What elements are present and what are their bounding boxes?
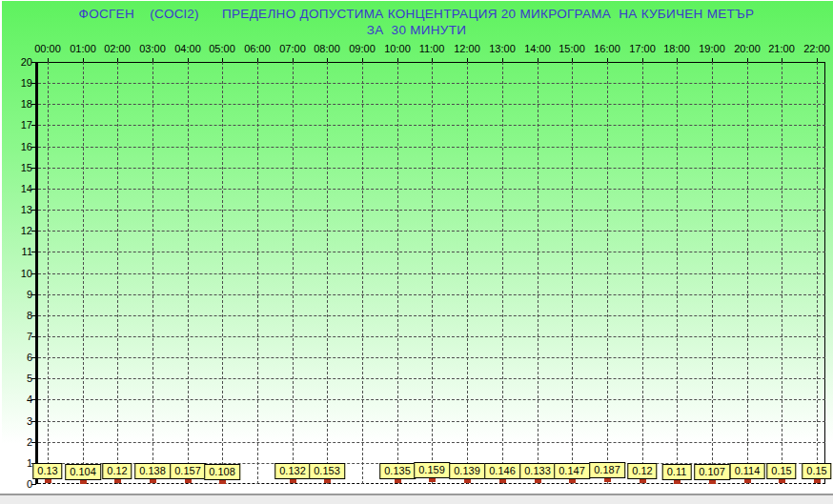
y-axis-label: 7 — [6, 331, 32, 342]
grid-line-vertical — [747, 62, 748, 484]
grid-line-vertical — [293, 62, 294, 484]
data-point-label: 0.187 — [589, 462, 625, 478]
plot-area: 0.130.1040.120.1380.1570.1080.1320.1530.… — [38, 62, 825, 484]
x-axis-label: 00:00 — [34, 43, 61, 54]
data-point-label: 0.159 — [414, 462, 450, 478]
x-axis-label: 17:00 — [629, 43, 656, 54]
grid-line-vertical — [432, 62, 433, 484]
statusbar — [0, 495, 833, 504]
x-axis-label: 20:00 — [734, 43, 761, 54]
grid-line-vertical — [48, 62, 49, 484]
window-top-edge — [0, 0, 833, 1]
data-point-label: 0.108 — [204, 464, 240, 480]
data-point-label: 0.157 — [170, 463, 206, 479]
x-axis-label: 21:00 — [768, 43, 795, 54]
y-axis-label: 3 — [6, 415, 32, 427]
data-point-label: 0.12 — [627, 463, 657, 479]
data-point-label: 0.135 — [379, 463, 416, 479]
grid-line-vertical — [397, 62, 398, 484]
x-axis-label: 08:00 — [314, 43, 340, 54]
chart-title-line2: ЗА 30 МИНУТИ — [0, 23, 833, 37]
grid-line-vertical — [188, 62, 189, 484]
grid-line-vertical — [222, 62, 223, 484]
chart-window: ФОСГЕН (COCl2) ПРЕДЕЛНО ДОПУСТИМА КОНЦЕН… — [0, 0, 833, 504]
y-axis-label: 2 — [6, 436, 32, 448]
y-axis-label: 1 — [6, 457, 32, 469]
y-axis-label: 14 — [6, 183, 32, 194]
x-axis-label: 07:00 — [279, 43, 306, 54]
grid-line-vertical — [362, 62, 363, 484]
data-point-label: 0.139 — [449, 463, 485, 479]
x-axis-label: 15:00 — [559, 43, 585, 54]
y-axis-label: 0 — [6, 478, 32, 490]
x-axis-label: 11:00 — [419, 43, 445, 54]
x-axis-label: 03:00 — [139, 43, 166, 54]
y-axis-label: 10 — [6, 268, 32, 279]
data-point-label: 0.15 — [802, 463, 831, 479]
x-axis-label: 04:00 — [174, 43, 201, 54]
grid-line-vertical — [782, 62, 782, 484]
x-axis-label: 16:00 — [594, 43, 620, 54]
x-axis-label: 22:00 — [803, 43, 830, 54]
y-axis-label: 4 — [6, 393, 32, 405]
y-axis-label: 18 — [6, 98, 32, 110]
grid-line-vertical — [642, 62, 643, 484]
x-axis-label: 02:00 — [104, 43, 131, 54]
grid-line-vertical — [677, 62, 678, 484]
chart-title-line1: ФОСГЕН (COCl2) ПРЕДЕЛНО ДОПУСТИМА КОНЦЕН… — [0, 7, 833, 21]
y-axis-label: 13 — [6, 204, 32, 215]
x-axis-label: 05:00 — [209, 43, 235, 54]
x-axis-label: 06:00 — [244, 43, 271, 54]
grid-line-vertical — [817, 62, 818, 484]
data-point-label: 0.138 — [134, 463, 171, 479]
y-axis-label: 15 — [6, 162, 32, 173]
data-point-label: 0.107 — [694, 464, 730, 480]
grid-line-vertical — [538, 62, 538, 484]
y-axis-label: 11 — [6, 246, 32, 257]
data-point-label: 0.11 — [662, 464, 692, 480]
data-point-label: 0.12 — [102, 463, 132, 479]
grid-line-vertical — [257, 62, 258, 484]
window-left-edge — [0, 0, 2, 504]
y-axis-label: 8 — [6, 310, 32, 321]
grid-line-vertical — [327, 62, 328, 484]
y-axis-label: 17 — [6, 119, 32, 131]
x-axis-label: 09:00 — [349, 43, 376, 54]
data-point-label: 0.114 — [730, 463, 765, 479]
data-point-label: 0.13 — [32, 463, 62, 479]
grid-line-vertical — [467, 62, 468, 484]
x-axis-label: 19:00 — [699, 43, 725, 54]
data-point-label: 0.146 — [484, 463, 520, 479]
x-axis-label: 14:00 — [524, 43, 551, 54]
y-axis-tick — [31, 484, 36, 485]
x-axis-label: 12:00 — [454, 43, 480, 54]
x-axis-label: 01:00 — [70, 43, 96, 54]
grid-line-vertical — [83, 62, 84, 484]
data-point-label: 0.132 — [274, 463, 311, 479]
data-point-label: 0.133 — [519, 463, 556, 479]
y-axis-label: 20 — [6, 56, 32, 68]
y-axis-label: 6 — [6, 352, 32, 363]
grid-line-vertical — [152, 62, 153, 484]
grid-line-vertical — [117, 62, 118, 484]
y-axis-label: 12 — [6, 225, 32, 236]
grid-line-vertical — [572, 62, 573, 484]
data-point-label: 0.15 — [766, 463, 796, 479]
y-axis-label: 19 — [6, 77, 32, 89]
y-axis-label: 5 — [6, 373, 32, 384]
grid-line-vertical — [502, 62, 503, 484]
data-point-label: 0.147 — [554, 463, 590, 479]
x-axis-label: 13:00 — [489, 43, 516, 54]
grid-line-vertical — [712, 62, 713, 484]
y-axis-label: 16 — [6, 141, 32, 152]
x-axis-label: 10:00 — [384, 43, 411, 54]
x-axis-label: 18:00 — [663, 43, 690, 54]
grid-line-vertical — [607, 62, 608, 484]
y-axis-label: 9 — [6, 289, 32, 300]
data-point-label: 0.104 — [65, 464, 101, 480]
data-point-label: 0.153 — [309, 463, 345, 479]
